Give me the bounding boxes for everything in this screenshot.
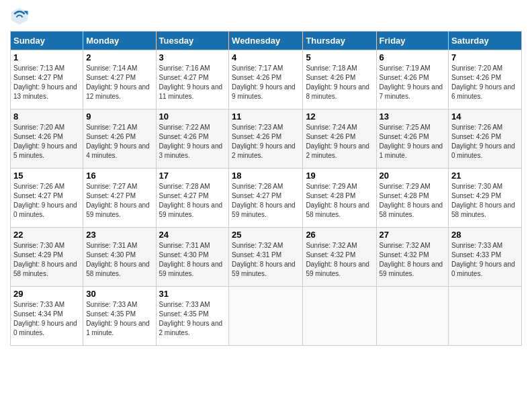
day-number: 3 [159, 52, 226, 62]
calendar-cell: 7 Sunrise: 7:20 AM Sunset: 4:26 PM Dayli… [449, 50, 522, 109]
day-number: 4 [232, 52, 300, 62]
day-info: Sunrise: 7:30 AM Sunset: 4:29 PM Dayligh… [13, 241, 80, 279]
calendar-table: SundayMondayTuesdayWednesdayThursdayFrid… [10, 31, 522, 346]
calendar-week-4: 22 Sunrise: 7:30 AM Sunset: 4:29 PM Dayl… [11, 228, 522, 287]
calendar-cell: 17 Sunrise: 7:28 AM Sunset: 4:27 PM Dayl… [156, 169, 229, 228]
day-number: 5 [306, 52, 373, 62]
weekday-header-friday: Friday [376, 32, 449, 50]
svg-marker-0 [11, 8, 28, 25]
calendar-week-5: 29 Sunrise: 7:33 AM Sunset: 4:34 PM Dayl… [11, 287, 522, 346]
logo [10, 7, 32, 26]
day-info: Sunrise: 7:30 AM Sunset: 4:29 PM Dayligh… [451, 182, 519, 220]
day-info: Sunrise: 7:29 AM Sunset: 4:28 PM Dayligh… [306, 182, 373, 220]
calendar-cell: 5 Sunrise: 7:18 AM Sunset: 4:26 PM Dayli… [303, 50, 376, 109]
day-number: 14 [451, 111, 519, 122]
calendar-cell: 28 Sunrise: 7:33 AM Sunset: 4:33 PM Dayl… [449, 228, 522, 287]
day-info: Sunrise: 7:33 AM Sunset: 4:35 PM Dayligh… [86, 300, 152, 338]
calendar-cell: 31 Sunrise: 7:33 AM Sunset: 4:35 PM Dayl… [156, 287, 229, 346]
calendar-cell [449, 287, 522, 346]
day-number: 17 [159, 171, 226, 181]
calendar-cell: 21 Sunrise: 7:30 AM Sunset: 4:29 PM Dayl… [449, 169, 522, 228]
calendar-cell: 29 Sunrise: 7:33 AM Sunset: 4:34 PM Dayl… [11, 287, 83, 346]
calendar-cell: 15 Sunrise: 7:26 AM Sunset: 4:27 PM Dayl… [11, 169, 83, 228]
day-number: 25 [232, 230, 300, 240]
calendar-cell: 2 Sunrise: 7:14 AM Sunset: 4:27 PM Dayli… [83, 50, 156, 109]
calendar-cell: 23 Sunrise: 7:31 AM Sunset: 4:30 PM Dayl… [83, 228, 156, 287]
calendar-cell: 24 Sunrise: 7:31 AM Sunset: 4:30 PM Dayl… [156, 228, 229, 287]
day-info: Sunrise: 7:26 AM Sunset: 4:26 PM Dayligh… [451, 123, 519, 161]
weekday-header-wednesday: Wednesday [229, 32, 303, 50]
day-number: 15 [13, 171, 80, 181]
calendar-cell: 4 Sunrise: 7:17 AM Sunset: 4:26 PM Dayli… [229, 50, 303, 109]
calendar-cell: 25 Sunrise: 7:32 AM Sunset: 4:31 PM Dayl… [229, 228, 303, 287]
weekday-header-monday: Monday [83, 32, 156, 50]
day-info: Sunrise: 7:26 AM Sunset: 4:27 PM Dayligh… [13, 182, 80, 220]
day-number: 18 [232, 171, 300, 181]
day-info: Sunrise: 7:24 AM Sunset: 4:26 PM Dayligh… [306, 123, 373, 161]
day-info: Sunrise: 7:21 AM Sunset: 4:26 PM Dayligh… [86, 123, 152, 161]
day-info: Sunrise: 7:25 AM Sunset: 4:26 PM Dayligh… [380, 123, 446, 161]
day-info: Sunrise: 7:31 AM Sunset: 4:30 PM Dayligh… [159, 241, 226, 279]
day-number: 9 [86, 111, 152, 122]
day-info: Sunrise: 7:32 AM Sunset: 4:32 PM Dayligh… [380, 241, 446, 279]
calendar-cell: 3 Sunrise: 7:16 AM Sunset: 4:27 PM Dayli… [156, 50, 229, 109]
calendar-cell: 22 Sunrise: 7:30 AM Sunset: 4:29 PM Dayl… [11, 228, 83, 287]
day-info: Sunrise: 7:28 AM Sunset: 4:27 PM Dayligh… [159, 182, 226, 220]
weekday-header-saturday: Saturday [449, 32, 522, 50]
day-number: 10 [159, 111, 226, 122]
day-info: Sunrise: 7:23 AM Sunset: 4:26 PM Dayligh… [232, 123, 300, 161]
day-number: 27 [380, 230, 446, 240]
day-number: 16 [86, 171, 152, 181]
day-number: 31 [159, 289, 226, 299]
day-number: 2 [86, 52, 152, 62]
calendar-week-2: 8 Sunrise: 7:20 AM Sunset: 4:26 PM Dayli… [11, 109, 522, 169]
weekday-header-thursday: Thursday [303, 32, 376, 50]
weekday-header-tuesday: Tuesday [156, 32, 229, 50]
calendar-cell: 10 Sunrise: 7:22 AM Sunset: 4:26 PM Dayl… [156, 109, 229, 169]
day-info: Sunrise: 7:13 AM Sunset: 4:27 PM Dayligh… [13, 64, 80, 101]
day-number: 23 [86, 230, 152, 240]
calendar-cell: 30 Sunrise: 7:33 AM Sunset: 4:35 PM Dayl… [83, 287, 156, 346]
calendar-cell: 11 Sunrise: 7:23 AM Sunset: 4:26 PM Dayl… [229, 109, 303, 169]
day-number: 20 [380, 171, 446, 181]
page-header [10, 7, 522, 26]
day-number: 22 [13, 230, 80, 240]
day-info: Sunrise: 7:22 AM Sunset: 4:26 PM Dayligh… [159, 123, 226, 161]
day-number: 24 [159, 230, 226, 240]
calendar-cell [376, 287, 449, 346]
day-number: 29 [13, 289, 80, 299]
day-info: Sunrise: 7:28 AM Sunset: 4:27 PM Dayligh… [232, 182, 300, 220]
day-number: 6 [380, 52, 446, 62]
calendar-cell: 26 Sunrise: 7:32 AM Sunset: 4:32 PM Dayl… [303, 228, 376, 287]
calendar-cell: 13 Sunrise: 7:25 AM Sunset: 4:26 PM Dayl… [376, 109, 449, 169]
calendar-cell: 1 Sunrise: 7:13 AM Sunset: 4:27 PM Dayli… [11, 50, 83, 109]
day-number: 26 [306, 230, 373, 240]
day-number: 21 [451, 171, 519, 181]
calendar-cell: 9 Sunrise: 7:21 AM Sunset: 4:26 PM Dayli… [83, 109, 156, 169]
day-info: Sunrise: 7:18 AM Sunset: 4:26 PM Dayligh… [306, 64, 373, 101]
calendar-cell: 6 Sunrise: 7:19 AM Sunset: 4:26 PM Dayli… [376, 50, 449, 109]
day-info: Sunrise: 7:20 AM Sunset: 4:26 PM Dayligh… [451, 64, 519, 101]
calendar-cell: 20 Sunrise: 7:29 AM Sunset: 4:28 PM Dayl… [376, 169, 449, 228]
calendar-cell: 16 Sunrise: 7:27 AM Sunset: 4:27 PM Dayl… [83, 169, 156, 228]
day-info: Sunrise: 7:33 AM Sunset: 4:33 PM Dayligh… [451, 241, 519, 279]
day-number: 28 [451, 230, 519, 240]
day-info: Sunrise: 7:16 AM Sunset: 4:27 PM Dayligh… [159, 64, 226, 101]
calendar-cell [229, 287, 303, 346]
day-info: Sunrise: 7:27 AM Sunset: 4:27 PM Dayligh… [86, 182, 152, 220]
calendar-cell: 18 Sunrise: 7:28 AM Sunset: 4:27 PM Dayl… [229, 169, 303, 228]
calendar-cell [303, 287, 376, 346]
day-number: 7 [451, 52, 519, 62]
day-number: 19 [306, 171, 373, 181]
day-info: Sunrise: 7:14 AM Sunset: 4:27 PM Dayligh… [86, 64, 152, 101]
day-info: Sunrise: 7:32 AM Sunset: 4:31 PM Dayligh… [232, 241, 300, 279]
day-number: 8 [13, 111, 80, 122]
day-info: Sunrise: 7:33 AM Sunset: 4:35 PM Dayligh… [159, 300, 226, 338]
day-info: Sunrise: 7:29 AM Sunset: 4:28 PM Dayligh… [380, 182, 446, 220]
day-info: Sunrise: 7:17 AM Sunset: 4:26 PM Dayligh… [232, 64, 300, 101]
logo-icon [10, 7, 29, 26]
day-info: Sunrise: 7:32 AM Sunset: 4:32 PM Dayligh… [306, 241, 373, 279]
day-number: 11 [232, 111, 300, 122]
day-number: 13 [380, 111, 446, 122]
day-info: Sunrise: 7:33 AM Sunset: 4:34 PM Dayligh… [13, 300, 80, 338]
